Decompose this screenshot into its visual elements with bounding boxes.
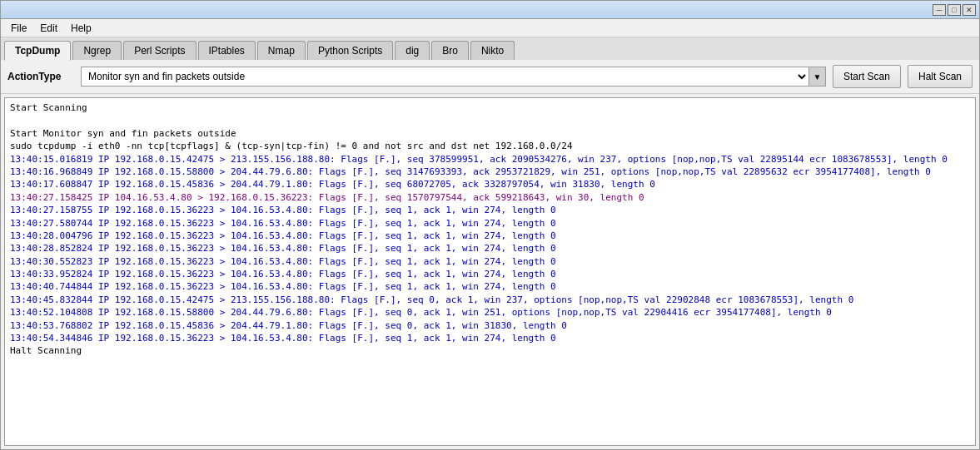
menu-file[interactable]: File (4, 21, 33, 36)
maximize-button[interactable]: □ (948, 4, 961, 16)
output-line: 13:40:33.952824 IP 192.168.0.15.36223 > … (10, 268, 970, 280)
output-line: 13:40:27.158425 IP 104.16.53.4.80 > 192.… (10, 191, 970, 204)
tab-nikto[interactable]: Nikto (470, 41, 515, 60)
output-line: 13:40:27.158755 IP 192.168.0.15.36223 > … (10, 204, 970, 216)
output-line: 13:40:40.744844 IP 192.168.0.15.36223 > … (10, 280, 970, 293)
output-line: Halt Scanning (10, 344, 970, 357)
halt-scan-button[interactable]: Halt Scan (908, 65, 973, 88)
menu-bar: File Edit Help (1, 19, 979, 37)
close-button[interactable]: ✕ (963, 4, 976, 16)
action-type-label: ActionType (7, 71, 74, 82)
output-line: 13:40:15.016819 IP 192.168.0.15.42475 > … (10, 153, 970, 166)
output-line: 13:40:52.104808 IP 192.168.0.15.58800 > … (10, 306, 970, 319)
tabs-bar: TcpDump Ngrep Perl Scripts IPtables Nmap… (1, 37, 979, 60)
tab-iptables[interactable]: IPtables (198, 41, 256, 60)
dropdown-arrow-icon[interactable]: ▼ (809, 67, 826, 87)
toolbar: ActionType Monitor syn and fin packets o… (1, 60, 979, 94)
tab-dig[interactable]: dig (395, 41, 430, 60)
tab-nmap[interactable]: Nmap (257, 41, 306, 60)
menu-help[interactable]: Help (64, 21, 98, 36)
tab-tcpdump[interactable]: TcpDump (4, 41, 71, 61)
output-line: 13:40:17.608847 IP 192.168.0.15.45836 > … (10, 178, 970, 190)
title-bar: ─ □ ✕ (1, 1, 979, 19)
output-area[interactable]: Start Scanning Start Monitor syn and fin… (4, 97, 976, 446)
main-window: ─ □ ✕ File Edit Help TcpDump Ngrep Perl … (0, 0, 980, 450)
tab-bro[interactable]: Bro (431, 41, 469, 60)
title-bar-buttons: ─ □ ✕ (933, 4, 976, 16)
tab-python-scripts[interactable]: Python Scripts (307, 41, 393, 60)
output-line: sudo tcpdump -i eth0 -nn tcp[tcpflags] &… (10, 140, 970, 152)
tab-perl-scripts[interactable]: Perl Scripts (123, 41, 196, 60)
start-scan-button[interactable]: Start Scan (833, 65, 901, 88)
output-line: 13:40:27.580744 IP 192.168.0.15.36223 > … (10, 217, 970, 230)
action-select[interactable]: Monitor syn and fin packets outside (81, 67, 809, 87)
output-line (10, 114, 970, 126)
output-line: 13:40:28.004796 IP 192.168.0.15.36223 > … (10, 230, 970, 242)
output-line: 13:40:53.768802 IP 192.168.0.15.45836 > … (10, 319, 970, 332)
output-line: 13:40:30.552823 IP 192.168.0.15.36223 > … (10, 255, 970, 268)
output-line: 13:40:16.968849 IP 192.168.0.15.58800 > … (10, 166, 970, 178)
output-line: 13:40:45.832844 IP 192.168.0.15.42475 > … (10, 294, 970, 306)
output-line: Start Scanning (10, 101, 970, 114)
action-select-container: Monitor syn and fin packets outside ▼ (81, 67, 826, 87)
menu-edit[interactable]: Edit (33, 21, 64, 36)
minimize-button[interactable]: ─ (933, 4, 946, 16)
output-line: 13:40:54.344846 IP 192.168.0.15.36223 > … (10, 332, 970, 344)
output-line: Start Monitor syn and fin packets outsid… (10, 127, 970, 140)
output-line: 13:40:28.852824 IP 192.168.0.15.36223 > … (10, 242, 970, 255)
tab-ngrep[interactable]: Ngrep (72, 41, 122, 60)
